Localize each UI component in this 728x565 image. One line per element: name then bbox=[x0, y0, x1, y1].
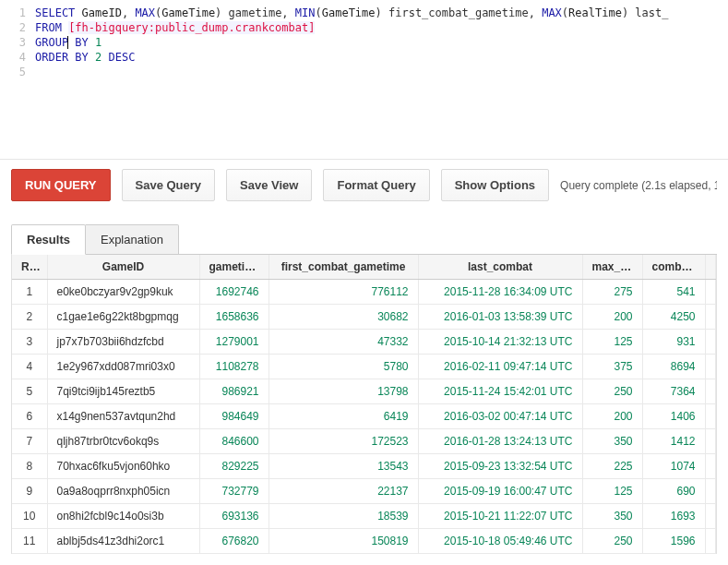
table-row[interactable]: 1e0ke0bczyar9v2gp9kuk16927467761122015-1… bbox=[12, 280, 716, 305]
cell-row: 7 bbox=[12, 429, 47, 454]
table-row[interactable]: 41e2y967xdd087mri03x0110827857802016-02-… bbox=[12, 355, 716, 379]
cell-last-combat: 2015-10-18 05:49:46 UTC bbox=[418, 529, 582, 554]
cell-last-combat: 2016-03-02 00:47:14 UTC bbox=[418, 404, 582, 429]
cell-gameid: 7qi9tci9ijb145reztb5 bbox=[47, 379, 199, 404]
col-max-hp[interactable]: max_hp bbox=[582, 255, 642, 280]
code-line[interactable] bbox=[35, 65, 728, 79]
cell-gametime: 676820 bbox=[199, 529, 269, 554]
code-token: , bbox=[122, 6, 135, 19]
code-token: ) gametime, bbox=[215, 6, 295, 19]
code-line[interactable]: ORDER BY 2 DESC bbox=[35, 50, 728, 65]
save-view-button[interactable]: Save View bbox=[226, 169, 312, 201]
table-row[interactable]: 57qi9tci9ijb145reztb5986921137982015-11-… bbox=[12, 379, 716, 404]
save-query-button[interactable]: Save Query bbox=[122, 169, 216, 201]
cell-extra bbox=[705, 305, 716, 330]
line-number: 2 bbox=[0, 20, 26, 35]
cell-max-hp: 125 bbox=[582, 330, 642, 355]
cell-first-combat: 172523 bbox=[269, 429, 418, 454]
cell-combats: 4250 bbox=[642, 305, 705, 330]
code-line[interactable]: GROUP BY 1 bbox=[35, 35, 728, 50]
cell-combats: 690 bbox=[642, 479, 705, 504]
table-row[interactable]: 6x14g9nen537avtqun2hd98464964192016-03-0… bbox=[12, 404, 716, 429]
code-line[interactable]: SELECT GameID, MAX(GameTime) gametime, M… bbox=[35, 6, 728, 20]
sql-editor[interactable]: 12345 SELECT GameID, MAX(GameTime) gamet… bbox=[0, 0, 728, 159]
cell-extra bbox=[705, 529, 716, 554]
cell-last-combat: 2015-10-21 11:22:07 UTC bbox=[418, 504, 582, 529]
cell-gametime: 1108278 bbox=[199, 355, 269, 379]
cell-gametime: 693136 bbox=[199, 504, 269, 529]
cell-combats: 931 bbox=[642, 330, 705, 355]
cell-extra bbox=[705, 330, 716, 355]
code-token: RealTime bbox=[568, 6, 622, 19]
table-row[interactable]: 90a9a8oqprr8nxph05icn732779221372015-09-… bbox=[12, 479, 716, 504]
cell-extra bbox=[705, 355, 716, 379]
code-token: SELECT bbox=[35, 6, 82, 19]
cell-combats: 8694 bbox=[642, 355, 705, 379]
col-row[interactable]: Row bbox=[12, 255, 47, 280]
cell-last-combat: 2015-09-19 16:00:47 UTC bbox=[418, 479, 582, 504]
code-token: ( bbox=[562, 6, 568, 19]
line-number: 5 bbox=[0, 65, 26, 79]
show-options-button[interactable]: Show Options bbox=[441, 169, 549, 201]
cell-combats: 1074 bbox=[642, 454, 705, 479]
code-area[interactable]: SELECT GameID, MAX(GameTime) gametime, M… bbox=[35, 6, 728, 157]
cell-first-combat: 13543 bbox=[269, 454, 418, 479]
cell-first-combat: 776112 bbox=[269, 280, 418, 305]
cell-extra bbox=[705, 379, 716, 404]
cell-last-combat: 2015-09-23 13:32:54 UTC bbox=[418, 454, 582, 479]
cell-gametime: 829225 bbox=[199, 454, 269, 479]
run-query-button[interactable]: RUN QUERY bbox=[11, 169, 111, 201]
cell-gametime: 732779 bbox=[199, 479, 269, 504]
tab-results[interactable]: Results bbox=[11, 224, 86, 255]
cell-gameid: ablbj5ds41z3dhi2orc1 bbox=[47, 529, 199, 554]
col-extra bbox=[705, 255, 716, 280]
results-table-wrap: Row GameID gametime first_combat_gametim… bbox=[11, 255, 717, 554]
code-line[interactable]: FROM [fh-bigquery:public_dump.crankcomba… bbox=[35, 20, 728, 35]
line-gutter: 12345 bbox=[0, 6, 35, 157]
col-gametime[interactable]: gametime bbox=[199, 255, 269, 280]
cell-row: 3 bbox=[12, 330, 47, 355]
cell-max-hp: 200 bbox=[582, 404, 642, 429]
code-token: GameTime bbox=[161, 6, 215, 19]
code-token: GROUP bbox=[35, 36, 68, 49]
cell-max-hp: 350 bbox=[582, 504, 642, 529]
code-token: ) last_ bbox=[622, 6, 669, 19]
col-first-combat[interactable]: first_combat_gametime bbox=[269, 255, 418, 280]
table-row[interactable]: 7qljh87trbr0tcv6okq9s8466001725232016-01… bbox=[12, 429, 716, 454]
code-token: 1 bbox=[95, 36, 101, 49]
cell-first-combat: 13798 bbox=[269, 379, 418, 404]
cell-max-hp: 125 bbox=[582, 479, 642, 504]
line-number: 1 bbox=[0, 6, 26, 20]
col-last-combat[interactable]: last_combat bbox=[418, 255, 582, 280]
cell-combats: 541 bbox=[642, 280, 705, 305]
col-combats[interactable]: combats bbox=[642, 255, 705, 280]
code-token: DESC bbox=[101, 51, 135, 64]
cell-max-hp: 250 bbox=[582, 529, 642, 554]
cell-gameid: 70hxac6fku5vjon60hko bbox=[47, 454, 199, 479]
code-token: GameID bbox=[82, 6, 122, 19]
cell-last-combat: 2015-10-14 21:32:13 UTC bbox=[418, 330, 582, 355]
cell-gameid: on8hi2fcbl9c14o0si3b bbox=[47, 504, 199, 529]
table-row[interactable]: 11ablbj5ds41z3dhi2orc16768201508192015-1… bbox=[12, 529, 716, 554]
cell-extra bbox=[705, 429, 716, 454]
cell-max-hp: 350 bbox=[582, 429, 642, 454]
table-row[interactable]: 870hxac6fku5vjon60hko829225135432015-09-… bbox=[12, 454, 716, 479]
code-token: ( bbox=[316, 6, 322, 19]
table-row[interactable]: 2c1gae1e6g22kt8bgpmqg1658636306822016-01… bbox=[12, 305, 716, 330]
cell-last-combat: 2016-02-11 09:47:14 UTC bbox=[418, 355, 582, 379]
cell-row: 6 bbox=[12, 404, 47, 429]
table-row[interactable]: 10on8hi2fcbl9c14o0si3b693136185392015-10… bbox=[12, 504, 716, 529]
format-query-button[interactable]: Format Query bbox=[323, 169, 429, 201]
code-token: GameTime bbox=[322, 6, 376, 19]
cell-first-combat: 150819 bbox=[269, 529, 418, 554]
cell-extra bbox=[705, 454, 716, 479]
col-gameid[interactable]: GameID bbox=[47, 255, 199, 280]
toolbar: RUN QUERY Save Query Save View Format Qu… bbox=[0, 160, 728, 216]
cell-row: 8 bbox=[12, 454, 47, 479]
cell-last-combat: 2016-01-28 13:24:13 UTC bbox=[418, 429, 582, 454]
tab-explanation[interactable]: Explanation bbox=[86, 224, 179, 255]
code-token: MAX bbox=[542, 6, 562, 19]
table-row[interactable]: 3jp7x7b703bii6hdzfcbd1279001473322015-10… bbox=[12, 330, 716, 355]
cell-extra bbox=[705, 404, 716, 429]
cell-first-combat: 5780 bbox=[269, 355, 418, 379]
